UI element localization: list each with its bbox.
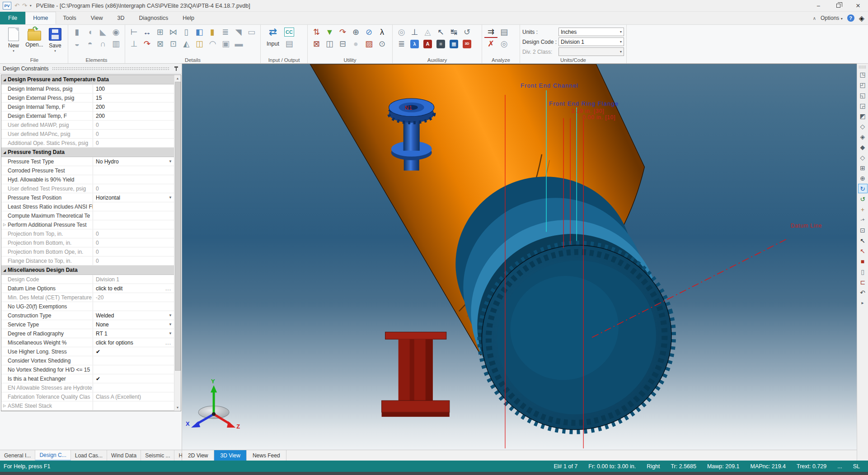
natural-frequency-icon[interactable]: λ — [375, 26, 389, 38]
packed-tower-icon[interactable]: ◭ — [180, 38, 193, 50]
select-axes-icon[interactable]: ↖ — [858, 246, 868, 256]
section-header[interactable]: ◢Design Pressure and Temperature Data — [1, 75, 174, 84]
top-view-icon[interactable]: ◱ — [858, 90, 868, 100]
forces-moments-icon[interactable]: ↷ — [141, 38, 154, 50]
view-tab-3dview[interactable]: 3D View — [214, 450, 246, 461]
skirt-support-icon[interactable]: ∩ — [97, 38, 110, 50]
zoom-extents-icon[interactable]: ⊕ — [858, 173, 868, 183]
panel-tab-generali[interactable]: General I... — [0, 450, 35, 461]
collapse-triangle-icon[interactable]: ◢ — [1, 78, 8, 82]
bricscad-badge-icon[interactable]: λ — [408, 38, 421, 50]
input-swap-icon[interactable]: ⇄ — [269, 26, 277, 38]
property-row[interactable]: User defined MAWP, psig0 — [1, 121, 174, 130]
property-row[interactable]: Corroded Pressure Test — [1, 166, 174, 175]
property-value[interactable]: Welded▼ — [93, 311, 174, 320]
rolled-shell-icon[interactable]: ◎ — [395, 26, 408, 38]
front-view-icon[interactable]: ◰ — [858, 80, 868, 89]
menu-tab-diagnostics[interactable]: Diagnostics — [132, 12, 176, 24]
property-row[interactable]: Design CodeDivision 1 — [1, 275, 174, 284]
support-clip-icon[interactable]: ▭ — [245, 26, 258, 38]
select-window-icon[interactable]: ⊡ — [858, 225, 868, 235]
collapse-ribbon-icon[interactable]: ∧ — [813, 16, 816, 21]
zoom-2d-icon[interactable]: ⊕ — [349, 26, 362, 38]
minimize-button[interactable]: − — [808, 0, 828, 11]
run-analysis-icon[interactable]: ⇉ — [484, 26, 497, 38]
undo-icon[interactable]: ↶ — [14, 2, 19, 9]
rotate-view-icon[interactable]: ↻ — [858, 184, 868, 193]
combo-arrow-icon[interactable]: ▼ — [169, 313, 172, 317]
property-value[interactable]: None▼ — [93, 320, 174, 329]
property-row[interactable]: Design External Temp, F200 — [1, 112, 174, 121]
platform-icon[interactable]: ↔ — [141, 26, 154, 38]
property-row[interactable]: Design External Press, psig15 — [1, 93, 174, 102]
property-value[interactable]: 0 — [93, 139, 174, 147]
property-row[interactable]: Design Internal Temp, F200 — [1, 102, 174, 112]
stiffening-ring-icon[interactable]: ⊢ — [127, 26, 141, 38]
conical-head-icon[interactable]: ◣ — [97, 26, 110, 38]
property-row[interactable]: EN Allowable Stresses are Hydrote — [1, 383, 174, 392]
insulation-icon[interactable]: ▮ — [206, 26, 219, 38]
property-value[interactable] — [93, 302, 174, 311]
property-value[interactable]: Horizontal▼ — [93, 193, 174, 202]
cylinder-display-icon[interactable]: ▯ — [858, 267, 868, 276]
property-value[interactable]: click to edit... — [93, 284, 174, 293]
property-value[interactable] — [93, 401, 174, 410]
cross-brace-icon[interactable]: ⊠ — [154, 38, 167, 50]
help-icon[interactable]: ? — [847, 14, 854, 22]
property-row[interactable]: User defined Test Pressure, psig0 — [1, 184, 174, 193]
database-icon[interactable]: ⊟ — [336, 38, 349, 50]
tray-support-icon[interactable]: ⊞ — [154, 26, 167, 38]
chevron-down-icon[interactable]: ▾ — [54, 49, 56, 53]
property-value[interactable]: 100 — [93, 84, 174, 93]
solid-display-icon[interactable]: ■ — [858, 256, 868, 266]
property-row[interactable]: Pressure Test PositionHorizontal▼ — [1, 193, 174, 202]
property-value[interactable] — [93, 211, 174, 220]
property-row[interactable]: Degree of RadiographyRT 1▼ — [1, 329, 174, 338]
scroll-up-icon[interactable]: ▲ — [174, 75, 181, 82]
property-row[interactable]: Fabrication Tolerance Quality ClasClass … — [1, 392, 174, 401]
stress-plot-icon[interactable]: ▨ — [362, 38, 375, 50]
property-row[interactable]: Additional Ope. Static Press, psig0 — [1, 139, 174, 148]
pin-icon[interactable] — [174, 66, 179, 71]
menu-tab-home[interactable]: Home — [25, 12, 56, 24]
combo-arrow-icon[interactable]: ▼ — [169, 159, 172, 163]
bundle-weight-icon[interactable]: ◬ — [421, 26, 434, 38]
side-view-icon[interactable]: ◲ — [858, 101, 868, 110]
corner-view-icon[interactable]: ◩ — [858, 111, 868, 121]
property-value[interactable]: -20 — [93, 293, 174, 302]
new-button[interactable]: New▾ — [3, 26, 24, 56]
property-value[interactable]: 0 — [93, 121, 174, 129]
property-value[interactable]: 200 — [93, 112, 174, 120]
property-row[interactable]: Pressure Test TypeNo Hydro▼ — [1, 157, 174, 166]
property-row[interactable]: Service TypeNone▼ — [1, 320, 174, 329]
menu-tab-help[interactable]: Help — [175, 12, 202, 24]
pan-view-icon[interactable]: + — [858, 205, 868, 214]
transport-analysis-icon[interactable]: ⊙ — [375, 38, 389, 50]
detach-element-icon[interactable]: ⊘ — [362, 26, 375, 38]
chevron-down-icon[interactable]: ▾ — [13, 49, 14, 53]
cylinder-shell-icon[interactable]: ▮ — [70, 26, 84, 38]
elliptical-head-icon[interactable]: ◖ — [84, 26, 97, 38]
3d-viewport[interactable]: N1 Datum Line Front End Channel Front En… — [182, 64, 857, 450]
property-row[interactable]: ▷ASME Steel Stack — [1, 401, 174, 410]
property-value[interactable] — [93, 202, 174, 211]
property-value[interactable]: 200 — [93, 102, 174, 111]
open-button[interactable]: Open... — [24, 26, 45, 56]
section-header[interactable]: ◢Miscellaneous Design Data — [1, 265, 174, 275]
property-value[interactable] — [93, 166, 174, 175]
panel-tab-loadcas[interactable]: Load Cas... — [71, 450, 107, 461]
split-element-icon[interactable]: ◫ — [323, 38, 336, 50]
section-header[interactable]: ◢Pressure Testing Data — [1, 148, 174, 157]
property-value[interactable]: ✔ — [93, 374, 174, 383]
property-value[interactable]: 15 — [93, 93, 174, 102]
property-value[interactable]: Division 1 — [93, 275, 174, 284]
combo-arrow-icon[interactable]: ▼ — [169, 331, 172, 335]
property-row[interactable]: Consider Vortex Shedding — [1, 356, 174, 365]
combo-arrow-icon[interactable]: ▼ — [169, 196, 172, 200]
body-flange-icon[interactable]: ◉ — [109, 26, 122, 38]
property-row[interactable]: Design Internal Press, psig100 — [1, 84, 174, 93]
pdf-3d-badge-icon[interactable]: 3D — [460, 38, 474, 50]
orbit-view-icon[interactable]: ↺ — [858, 194, 868, 204]
quick-access-dropdown-icon[interactable]: ▾ — [30, 4, 32, 8]
close-button[interactable]: × — [848, 0, 868, 11]
